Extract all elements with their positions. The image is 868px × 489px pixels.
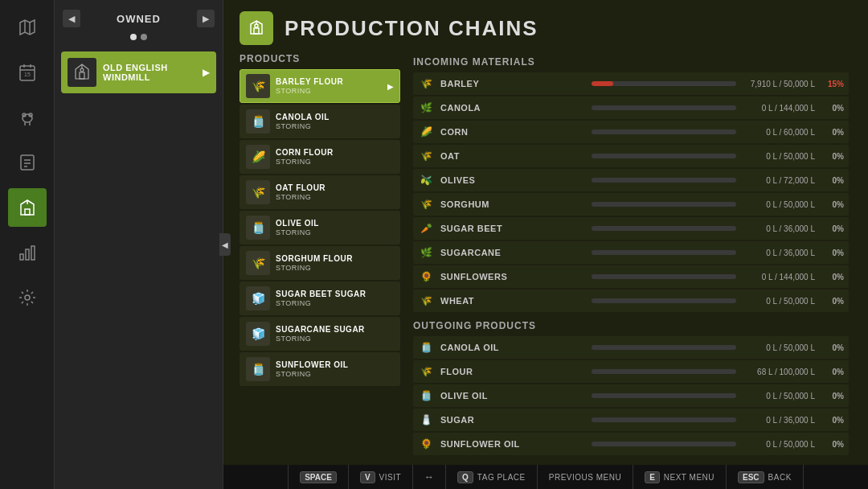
product-item[interactable]: 🌾 OAT FLOUR STORING [240, 175, 400, 209]
q-key: Q [457, 471, 473, 483]
material-name: SORGHUM [440, 199, 585, 209]
material-row: 🌻 SUNFLOWER OIL 0 L / 50,000 L 0% [413, 433, 849, 455]
previous-menu-label: PREVIOUS MENU [549, 473, 621, 482]
product-name: CANOLA OIL [276, 113, 394, 122]
product-name: CORN FLOUR [276, 148, 394, 158]
lr-arrow-icon: ↔ [424, 471, 434, 483]
material-values: 0 L / 36,000 L [743, 249, 815, 257]
sidebar-icon-tasks[interactable] [8, 143, 47, 182]
svg-rect-17 [25, 209, 30, 215]
panel-collapse-arrow[interactable]: ◀ [219, 233, 231, 256]
material-name: CANOLA OIL [440, 343, 585, 352]
owned-next-btn[interactable]: ▶ [197, 10, 215, 27]
product-item[interactable]: 🌽 CORN FLOUR STORING [240, 140, 400, 174]
product-info: CORN FLOUR STORING [276, 148, 394, 166]
material-values: 0 L / 36,000 L [743, 224, 815, 233]
content-area: PRODUCTS 🌾 BARLEY FLOUR STORING ▶ 🫙 CANO… [223, 53, 868, 465]
material-row: 🌾 SORGHUM 0 L / 50,000 L 0% [413, 193, 849, 216]
material-bar [592, 154, 736, 158]
sidebar: 15 [0, 0, 55, 489]
products-panel: PRODUCTS 🌾 BARLEY FLOUR STORING ▶ 🫙 CANO… [240, 53, 400, 465]
sidebar-icon-animals[interactable] [8, 98, 47, 137]
material-icon: 🫙 [418, 388, 434, 404]
products-list: 🌾 BARLEY FLOUR STORING ▶ 🫙 CANOLA OIL ST… [240, 69, 400, 386]
sidebar-icon-building[interactable] [8, 188, 47, 227]
material-bar [592, 417, 736, 422]
product-name: OLIVE OIL [276, 219, 394, 228]
material-icon: 🌾 [418, 76, 434, 92]
material-pct: 0% [821, 128, 844, 137]
arrow-btn[interactable]: ↔ [413, 465, 446, 489]
product-thumb-icon: 🫙 [246, 216, 270, 240]
product-item[interactable]: 🌾 SORGHUM FLOUR STORING [240, 246, 400, 280]
next-menu-btn[interactable]: E NEXT MENU [633, 465, 727, 489]
product-name: SUNFLOWER OIL [276, 360, 394, 370]
product-thumb-icon: 🧊 [246, 286, 270, 310]
product-item[interactable]: 🫙 OLIVE OIL STORING [240, 211, 400, 244]
material-icon: 🌾 [418, 148, 434, 164]
material-bar [592, 393, 736, 398]
material-pct: 15% [821, 80, 844, 88]
product-item[interactable]: 🫙 CANOLA OIL STORING [240, 105, 400, 138]
material-name: SUGARCANE [440, 248, 585, 257]
product-thumb-icon: 🌾 [246, 251, 270, 275]
visit-btn[interactable]: V VISIT [349, 465, 413, 489]
back-btn[interactable]: ESC BACK [727, 465, 804, 489]
material-pct: 0% [821, 368, 844, 376]
material-bar [592, 129, 736, 134]
product-thumb-icon: 🌽 [246, 145, 270, 169]
material-pct: 0% [821, 343, 844, 352]
material-name: SUGAR [440, 415, 585, 425]
building-arrow-icon: ▶ [203, 67, 210, 78]
sidebar-icon-map[interactable] [8, 8, 47, 47]
space-btn[interactable]: SPACE [288, 465, 349, 489]
owned-header: ◀ OWNED ▶ [55, 0, 223, 32]
material-bar [592, 369, 736, 374]
material-row: 🌾 FLOUR 68 L / 100,000 L 0% [413, 360, 849, 383]
esc-key: ESC [738, 471, 764, 483]
material-pct: 0% [821, 152, 844, 161]
page-title: PRODUCTION CHAINS [285, 16, 538, 41]
product-item[interactable]: 🧊 SUGAR BEET SUGAR STORING [240, 281, 400, 315]
material-name: CANOLA [440, 103, 585, 113]
svg-point-8 [23, 114, 32, 122]
product-name: SUGAR BEET SUGAR [276, 290, 394, 299]
material-row: 🌾 OAT 0 L / 50,000 L 0% [413, 145, 849, 167]
material-icon: 🫒 [418, 172, 434, 188]
product-thumb-icon: 🧊 [246, 322, 270, 346]
material-icon: 🌻 [418, 436, 434, 452]
outgoing-section-title: OUTGOING PRODUCTS [413, 320, 849, 331]
building-name: OLD ENGLISH WINDMILL [103, 63, 210, 82]
material-icon: 🌽 [418, 124, 434, 140]
product-active-arrow: ▶ [387, 82, 394, 91]
sidebar-icon-calendar[interactable]: 15 [8, 53, 47, 92]
product-item[interactable]: 🧊 SUGARCANE SUGAR STORING [240, 317, 400, 351]
owned-dots [55, 32, 223, 47]
material-bar [592, 298, 736, 303]
building-item[interactable]: OLD ENGLISH WINDMILL ▶ [61, 51, 216, 93]
previous-menu-btn[interactable]: PREVIOUS MENU [538, 465, 633, 489]
sidebar-icon-stats[interactable] [8, 233, 47, 272]
products-label: PRODUCTS [240, 53, 400, 64]
material-row: 🧂 SUGAR 0 L / 36,000 L 0% [413, 409, 849, 431]
tag-place-btn[interactable]: Q TAG PLACE [446, 465, 538, 489]
product-sub: STORING [276, 122, 394, 130]
material-icon: 🧂 [418, 412, 434, 428]
product-item[interactable]: 🫙 SUNFLOWER OIL STORING [240, 352, 400, 386]
material-pct: 0% [821, 273, 844, 281]
material-pct: 0% [821, 392, 844, 401]
material-name: CORN [440, 127, 585, 137]
material-bar [592, 274, 736, 279]
product-item[interactable]: 🌾 BARLEY FLOUR STORING ▶ [240, 69, 400, 103]
product-info: SUGARCANE SUGAR STORING [276, 325, 394, 343]
svg-point-22 [25, 295, 30, 300]
material-values: 0 L / 50,000 L [743, 297, 815, 306]
product-name: SUGARCANE SUGAR [276, 325, 394, 335]
v-key: V [360, 471, 375, 483]
material-row: 🫙 OLIVE OIL 0 L / 50,000 L 0% [413, 384, 849, 407]
product-sub: STORING [276, 158, 394, 166]
owned-prev-btn[interactable]: ◀ [63, 10, 80, 27]
sidebar-icon-settings[interactable] [8, 278, 47, 317]
dot-2 [141, 34, 147, 40]
material-values: 0 L / 36,000 L [743, 416, 815, 425]
